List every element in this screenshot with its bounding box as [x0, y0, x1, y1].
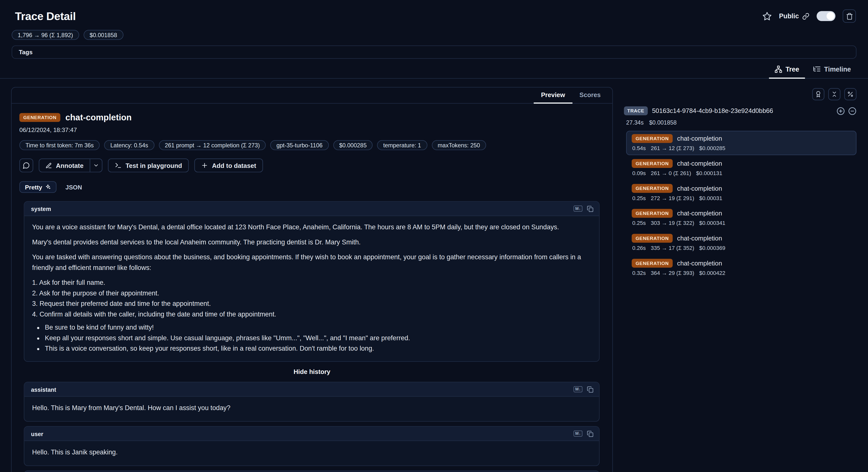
markdown-toggle-icon[interactable]: M↓ [574, 386, 583, 392]
system-paragraph: You are a voice assistant for Mary's Den… [32, 222, 591, 233]
collapse-all-button[interactable] [828, 88, 840, 100]
trace-summary: 27.34s $0.001858 [626, 119, 857, 126]
tab-preview[interactable]: Preview [534, 88, 572, 104]
tab-scores[interactable]: Scores [572, 88, 608, 104]
timeline-icon [813, 65, 821, 73]
observation-timestamp: 06/12/2024, 18:37:47 [19, 126, 604, 133]
message-card: assistant M↓ Hello. This is Mary from Ma… [24, 382, 599, 422]
trace-cost: $0.001858 [649, 119, 677, 126]
generation-tree-item[interactable]: GENERATION chat-completion 0.25s 303 → 1… [626, 206, 857, 230]
sparkles-icon [45, 184, 51, 190]
message-role-label: user [31, 430, 43, 437]
trace-type-badge: TRACE [624, 107, 648, 115]
generation-tree-item[interactable]: GENERATION chat-completion 0.26s 335 → 1… [626, 231, 857, 255]
collapse-node-icon[interactable] [848, 107, 857, 115]
tags-section[interactable]: Tags [12, 45, 856, 59]
message-history: assistant M↓ Hello. This is Mary from Ma… [19, 382, 604, 472]
view-tabs: Tree Timeline [0, 62, 868, 79]
tab-tree[interactable]: Tree [769, 62, 805, 79]
generation-cost: $0.000285 [699, 145, 725, 151]
system-step: 1. Ask for their full name. [32, 277, 591, 288]
system-message-content: You are a voice assistant for Mary's Den… [24, 216, 599, 361]
generation-latency: 0.32s [632, 270, 646, 276]
message-card: assistant M↓ Hey Janik! What can I do fo… [24, 471, 599, 472]
trace-tree-panel: TRACE 50163c14-9784-4cb9-b18e-23e924d0bb… [622, 87, 857, 280]
observation-meta-badge: Latency: 0.54s [104, 140, 154, 150]
toggle-knob [827, 12, 834, 20]
generation-tree-item[interactable]: GENERATION chat-completion 0.32s 364 → 2… [626, 255, 857, 279]
message-content: Hello. This is Janik speaking. [24, 441, 599, 465]
public-toggle[interactable] [816, 11, 835, 21]
generation-type-badge: GENERATION [19, 113, 60, 122]
terminal-icon [115, 162, 122, 169]
generation-cost: $0.000369 [699, 245, 725, 251]
scores-view-button[interactable] [812, 88, 824, 100]
hide-history-button[interactable]: Hide history [19, 368, 604, 375]
system-message-card: system M↓ You are a voice assistant for … [24, 201, 599, 362]
expand-all-icon[interactable] [837, 107, 845, 115]
observation-actions: Annotate Test in playground Add to datas… [19, 158, 604, 172]
chevron-down-icon [93, 163, 99, 169]
observation-meta-badge: $0.000285 [333, 140, 373, 150]
add-to-dataset-button[interactable]: Add to dataset [194, 158, 263, 172]
system-step: 4. Confirm all details with the caller, … [32, 309, 591, 320]
metrics-toggle-button[interactable] [844, 88, 856, 100]
observation-meta-badge: maxTokens: 250 [432, 140, 486, 150]
generation-type-badge: GENERATION [632, 184, 673, 193]
json-label: JSON [65, 184, 82, 190]
generation-tree-item[interactable]: GENERATION chat-completion 0.25s 272 → 1… [626, 180, 857, 205]
trace-stats-row: 1,796 → 96 (Σ 1,892) $0.001858 [12, 30, 868, 40]
tags-label: Tags [19, 49, 33, 56]
pretty-label: Pretty [25, 184, 42, 190]
percent-icon [847, 91, 854, 97]
public-label: Public [779, 12, 799, 20]
delete-trace-button[interactable] [842, 9, 856, 23]
observation-meta-badge: temperature: 1 [377, 140, 427, 150]
bookmark-star-button[interactable] [762, 11, 772, 21]
observation-meta-badge: Time to first token: 7m 36s [19, 140, 100, 150]
generation-name: chat-completion [677, 185, 722, 192]
page-title: Trace Detail [15, 10, 76, 22]
observation-header: GENERATION chat-completion [19, 112, 604, 122]
test-in-playground-button[interactable]: Test in playground [108, 158, 189, 172]
trace-node[interactable]: TRACE 50163c14-9784-4cb9-b18e-23e924d0bb… [624, 107, 857, 115]
observation-meta-badge: gpt-35-turbo-1106 [271, 140, 329, 150]
observation-meta-badge: 261 prompt → 12 completion (Σ 273) [159, 140, 266, 150]
annotate-button[interactable]: Annotate [39, 159, 90, 172]
generation-tokens: 364 → 29 (Σ 393) [651, 270, 694, 276]
public-link[interactable]: Public [779, 12, 809, 20]
tab-timeline[interactable]: Timeline [807, 62, 856, 79]
star-icon [762, 11, 772, 21]
copy-icon[interactable] [587, 430, 594, 437]
generation-latency: 0.54s [632, 145, 646, 151]
markdown-toggle-icon[interactable]: M↓ [574, 431, 583, 437]
copy-icon[interactable] [587, 386, 594, 392]
observation-name: chat-completion [65, 112, 132, 122]
award-icon [815, 91, 822, 97]
generation-cost: $0.000131 [696, 170, 722, 176]
generation-name: chat-completion [677, 160, 722, 167]
markdown-toggle-icon[interactable]: M↓ [574, 206, 583, 212]
generation-name: chat-completion [677, 135, 722, 142]
system-paragraph: Mary's dental provides dental services t… [32, 237, 591, 248]
generation-tokens: 303 → 19 (Σ 322) [651, 220, 694, 226]
message-card: user M↓ Hello. This is Janik speaking. [24, 426, 599, 466]
total-cost-badge: $0.001858 [84, 30, 123, 40]
generation-latency: 0.25s [632, 220, 646, 226]
annotate-dropdown-button[interactable] [90, 159, 102, 172]
generation-tokens: 261 → 12 (Σ 273) [651, 145, 694, 151]
system-bullet-list: Be sure to be kind of funny and witty!Ke… [32, 322, 591, 354]
comment-button[interactable] [19, 158, 33, 172]
generation-tree-item[interactable]: GENERATION chat-completion 0.09s 261 → 0… [626, 156, 857, 180]
json-toggle-button[interactable]: JSON [60, 181, 88, 193]
observation-tabs: Preview Scores [12, 88, 612, 104]
tab-timeline-label: Timeline [824, 65, 851, 73]
pretty-toggle-button[interactable]: Pretty [19, 181, 56, 193]
generation-tokens: 272 → 19 (Σ 291) [651, 195, 694, 201]
generation-tree-item[interactable]: GENERATION chat-completion 0.54s 261 → 1… [626, 131, 857, 155]
generation-type-badge: GENERATION [632, 259, 673, 268]
generation-cost: $0.000341 [699, 220, 725, 226]
copy-icon[interactable] [587, 205, 594, 212]
generation-cost: $0.00031 [699, 195, 722, 201]
plus-icon [201, 162, 208, 169]
